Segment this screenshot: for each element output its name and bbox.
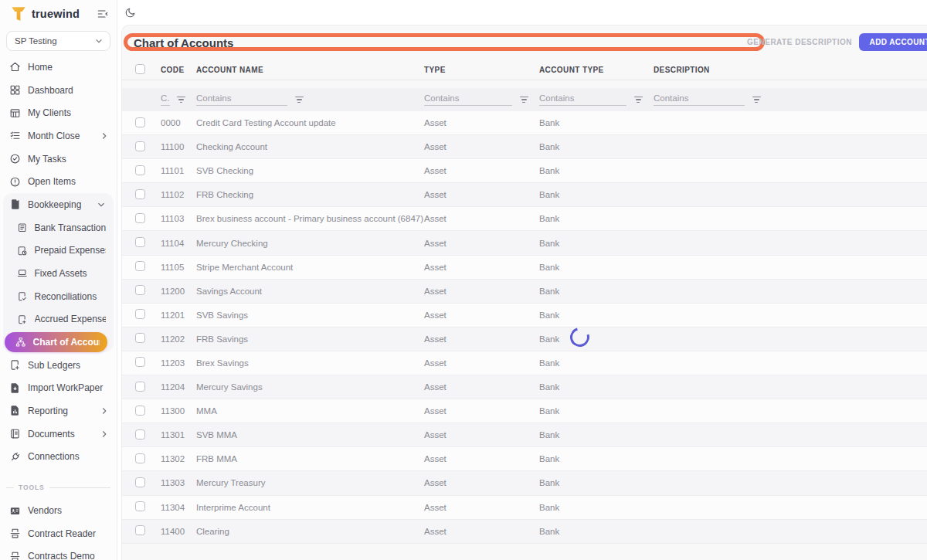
sidebar-item-contract-reader[interactable]: Contract Reader [0, 522, 117, 545]
contracts-demo-icon [9, 551, 21, 560]
chevron-right-icon [100, 429, 109, 439]
sidebar-item-reporting[interactable]: Reporting [0, 399, 117, 423]
table-row[interactable]: 0000Credit Card Testing Account updateAs… [122, 111, 927, 135]
code-filter-input[interactable] [161, 93, 170, 106]
add-account-button[interactable]: ADD ACCOUNT [859, 33, 927, 51]
table-row[interactable]: 11203Brex SavingsAssetBank [122, 351, 927, 375]
column-header-account-name[interactable]: ACCOUNT NAME [196, 66, 424, 74]
sidebar-item-month-close[interactable]: Month Close [0, 124, 117, 148]
table-row[interactable]: 11400ClearingAssetBank [122, 520, 927, 544]
column-header-type[interactable]: TYPE [424, 66, 539, 74]
sidebar-item-open-items[interactable]: Open Items [0, 170, 117, 193]
table-row[interactable]: 11301SVB MMAAssetBank [122, 423, 927, 447]
cell-code: 11201 [161, 311, 196, 320]
sidebar-item-documents[interactable]: Documents [0, 423, 117, 446]
generate-description-button[interactable]: GENERATE DESCRIPTION [747, 38, 852, 46]
sidebar-item-my-tasks[interactable]: My Tasks [0, 148, 117, 171]
sidebar-item-my-clients[interactable]: My Clients [0, 101, 117, 124]
bank-transactions-icon [17, 222, 28, 233]
row-checkbox[interactable] [135, 117, 145, 127]
table-row[interactable]: 11202FRB SavingsAssetBank [122, 328, 927, 351]
row-checkbox[interactable] [135, 213, 145, 223]
column-header-code[interactable]: CODE [161, 66, 196, 74]
column-header-description[interactable]: DESCRIPTION [654, 66, 927, 74]
table-row[interactable]: 11200Savings AccountAssetBank [122, 280, 927, 304]
sidebar-item-import-workpaper[interactable]: Import WorkPaper [0, 376, 117, 399]
table-row[interactable]: 11103Brex business account - Primary bus… [122, 207, 927, 231]
row-checkbox[interactable] [135, 165, 145, 175]
moon-icon[interactable] [124, 7, 136, 19]
sidebar-item-prepaid-expenses[interactable]: Prepaid Expenses [3, 239, 114, 263]
contract-reader-icon [9, 528, 21, 539]
row-checkbox[interactable] [135, 141, 145, 151]
cell-account-type: Bank [539, 214, 654, 223]
cell-account-type: Bank [539, 118, 654, 127]
row-checkbox[interactable] [135, 406, 145, 416]
cell-account-type: Bank [539, 382, 654, 392]
type-filter-input[interactable] [424, 93, 512, 106]
filter-icon[interactable] [752, 97, 761, 104]
sidebar-item-sub-ledgers[interactable]: Sub Ledgers [0, 354, 117, 377]
row-checkbox[interactable] [135, 357, 145, 367]
workspace-selector[interactable]: SP Testing [6, 31, 110, 51]
table-row[interactable]: 11104Mercury CheckingAssetBank [122, 231, 927, 255]
tasks-icon [9, 153, 21, 165]
row-checkbox[interactable] [135, 453, 145, 463]
row-checkbox[interactable] [135, 477, 145, 487]
row-checkbox[interactable] [135, 429, 145, 440]
account-type-filter-input[interactable] [539, 93, 626, 106]
account-name-filter-input[interactable] [196, 93, 287, 106]
sidebar-item-bookkeeping[interactable]: Bookkeeping [3, 193, 114, 216]
row-checkbox[interactable] [135, 525, 145, 535]
row-checkbox[interactable] [135, 501, 145, 511]
sidebar-item-bank-transactions[interactable]: Bank Transactions [3, 216, 114, 239]
sidebar-item-home[interactable]: Home [0, 56, 117, 79]
row-checkbox[interactable] [135, 382, 145, 392]
sidebar-item-vendors[interactable]: Vendors [0, 499, 117, 522]
cell-code: 11303 [161, 478, 196, 487]
row-checkbox[interactable] [135, 189, 145, 199]
workspace-value: SP Testing [15, 36, 57, 46]
sidebar-item-connections[interactable]: Connections [0, 446, 117, 469]
row-checkbox[interactable] [135, 285, 145, 295]
row-checkbox[interactable] [135, 261, 145, 271]
select-all-checkbox[interactable] [135, 64, 145, 74]
sidebar-item-dashboard[interactable]: Dashboard [0, 79, 117, 102]
table-row[interactable]: 11304Interprime AccountAssetBank [122, 496, 927, 520]
table-filter-row [122, 88, 927, 111]
sidebar-item-label: Reconciliations [35, 291, 107, 302]
column-header-account-type[interactable]: ACCOUNT TYPE [539, 66, 654, 74]
cell-code: 11300 [161, 406, 196, 416]
sidebar-item-chart-of-accounts[interactable]: Chart of Accounts [5, 332, 107, 353]
truewind-logo-icon [10, 5, 27, 22]
table-row[interactable]: 11102FRB CheckingAssetBank [122, 183, 927, 207]
cell-type: Asset [424, 454, 539, 463]
table-row[interactable]: 11300MMAAssetBank [122, 399, 927, 423]
table-row[interactable]: 11101SVB CheckingAssetBank [122, 159, 927, 183]
filter-icon[interactable] [519, 97, 528, 104]
table-body: 0000Credit Card Testing Account updateAs… [122, 111, 927, 544]
row-checkbox[interactable] [135, 309, 145, 319]
table-row[interactable]: 11105Stripe Merchant AccountAssetBank [122, 256, 927, 280]
chevron-right-icon [100, 406, 109, 416]
cell-code: 11304 [161, 503, 196, 512]
sidebar-item-label: Dashboard [28, 85, 109, 96]
table-row[interactable]: 11303Mercury TreasuryAssetBank [122, 471, 927, 495]
table-row[interactable]: 11302FRB MMAAssetBank [122, 447, 927, 471]
menu-fold-icon[interactable] [97, 8, 109, 20]
description-filter-input[interactable] [654, 93, 745, 106]
row-checkbox[interactable] [135, 333, 145, 343]
table-row[interactable]: 11100Checking AccountAssetBank [122, 135, 927, 159]
filter-icon[interactable] [294, 97, 304, 104]
row-checkbox[interactable] [135, 237, 145, 247]
table-row[interactable]: 11204Mercury SavingsAssetBank [122, 375, 927, 399]
sidebar-item-contracts-demo[interactable]: Contracts Demo [0, 545, 117, 560]
page-header: Chart of Accounts GENERATE DESCRIPTION A… [122, 25, 927, 59]
tools-section-label: TOOLS [6, 484, 110, 491]
sidebar-item-reconciliations[interactable]: Reconciliations [3, 285, 114, 308]
sidebar-item-accrued-expenses[interactable]: Accrued Expenses [3, 308, 114, 331]
filter-icon[interactable] [177, 97, 185, 104]
filter-icon[interactable] [633, 97, 643, 104]
table-row[interactable]: 11201SVB SavingsAssetBank [122, 304, 927, 328]
sidebar-item-fixed-assets[interactable]: Fixed Assets [3, 262, 114, 285]
